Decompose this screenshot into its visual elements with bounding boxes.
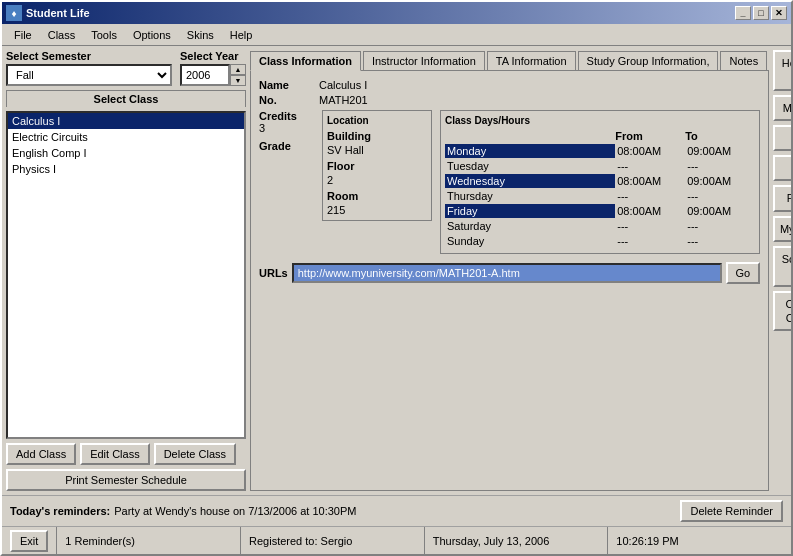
day-row-monday: Monday 08:00AM 09:00AM: [445, 144, 755, 158]
my-contacts-button[interactable]: My Contacts: [773, 95, 791, 121]
day-name-friday: Friday: [445, 204, 615, 218]
calendar-button[interactable]: Calendar: [773, 155, 791, 181]
status-reminders: 1 Reminder(s): [57, 527, 241, 554]
exit-button[interactable]: Exit: [10, 530, 48, 552]
day-row-wednesday: Wednesday 08:00AM 09:00AM: [445, 174, 755, 188]
day-from-friday: 08:00AM: [615, 204, 685, 218]
name-value: Calculus I: [319, 79, 367, 91]
tab-content-class-information: Name Calculus I No. MATH201 Credits 3 Gr…: [250, 70, 769, 491]
menu-skins[interactable]: Skins: [179, 27, 222, 43]
location-box: Location Building SV Hall Floor 2 Room 2…: [322, 110, 432, 221]
name-label: Name: [259, 79, 319, 91]
go-button[interactable]: Go: [726, 262, 761, 284]
year-control: ▲ ▼: [180, 64, 246, 86]
day-to-monday: 09:00AM: [685, 144, 755, 158]
tab-study-group-information[interactable]: Study Group Information,: [578, 51, 719, 71]
my-life-button[interactable]: My Life: [773, 125, 791, 151]
days-hours-box: Class Days/Hours From To Monday 08:00AM …: [440, 110, 760, 254]
minimize-button[interactable]: _: [735, 6, 751, 20]
day-to-saturday: ---: [685, 219, 755, 233]
semester-row: Select Semester Fall Spring Summer Selec…: [6, 50, 246, 86]
list-item[interactable]: Electric Circuits: [8, 129, 244, 145]
credits-grade-col: Credits 3 Grade: [259, 110, 314, 152]
day-col-header: [445, 130, 615, 142]
semester-select[interactable]: Fall Spring Summer: [6, 64, 172, 86]
room-row: Room: [327, 190, 427, 202]
scholarships-loans-button[interactable]: Scholarships& Loans: [773, 246, 791, 287]
day-to-sunday: ---: [685, 234, 755, 248]
bottom-bar: Exit 1 Reminder(s) Registered to: Sergio…: [2, 526, 791, 554]
floor-label: Floor: [327, 160, 372, 172]
day-from-thursday: ---: [615, 189, 685, 203]
tab-ta-information[interactable]: TA Information: [487, 51, 576, 71]
homework-tests-button[interactable]: Homework &Tests: [773, 50, 791, 91]
list-item[interactable]: Physics I: [8, 161, 244, 177]
reminders-area: Today's reminders: Party at Wendy's hous…: [2, 495, 791, 526]
year-input[interactable]: [180, 64, 230, 86]
credits-label: Credits: [259, 110, 314, 122]
reminders-label: Today's reminders:: [10, 505, 110, 517]
day-row-saturday: Saturday --- ---: [445, 219, 755, 233]
menu-options[interactable]: Options: [125, 27, 179, 43]
exit-area: Exit: [2, 527, 57, 554]
my-degrees-button[interactable]: My Degree(s): [773, 216, 791, 242]
select-year-label: Select Year: [180, 50, 239, 62]
day-name-saturday: Saturday: [445, 219, 615, 233]
title-bar: ♦ Student Life _ □ ✕: [2, 2, 791, 24]
select-class-label: Select Class: [6, 90, 246, 107]
print-schedule-button[interactable]: Print Semester Schedule: [6, 469, 246, 491]
from-col-header: From: [615, 130, 685, 142]
day-from-saturday: ---: [615, 219, 685, 233]
main-area: Select Semester Fall Spring Summer Selec…: [2, 46, 791, 495]
list-item[interactable]: Calculus I: [8, 113, 244, 129]
menu-help[interactable]: Help: [222, 27, 261, 43]
building-row: Building: [327, 130, 427, 142]
day-from-tuesday: ---: [615, 159, 685, 173]
day-row-thursday: Thursday --- ---: [445, 189, 755, 203]
year-down-button[interactable]: ▼: [230, 75, 246, 86]
conversion-calculators-button[interactable]: ConversionCalculators: [773, 291, 791, 332]
delete-reminder-button[interactable]: Delete Reminder: [680, 500, 783, 522]
day-from-sunday: ---: [615, 234, 685, 248]
menu-tools[interactable]: Tools: [83, 27, 125, 43]
maximize-button[interactable]: □: [753, 6, 769, 20]
building-value: SV Hall: [327, 144, 427, 156]
room-label: Room: [327, 190, 372, 202]
window-title: Student Life: [26, 7, 735, 19]
title-bar-buttons: _ □ ✕: [735, 6, 787, 20]
to-col-header: To: [685, 130, 755, 142]
reminder-text: Party at Wendy's house on 7/13/2006 at 1…: [114, 505, 356, 517]
url-input[interactable]: [292, 263, 722, 283]
menu-file[interactable]: File: [6, 27, 40, 43]
delete-class-button[interactable]: Delete Class: [154, 443, 236, 465]
list-item[interactable]: English Comp I: [8, 145, 244, 161]
status-time: 10:26:19 PM: [608, 527, 791, 554]
day-name-monday: Monday: [445, 144, 615, 158]
semester-section: Select Semester Fall Spring Summer: [6, 50, 172, 86]
tab-bar: Class Information Instructor Information…: [250, 50, 769, 70]
no-value: MATH201: [319, 94, 368, 106]
room-value: 215: [327, 204, 427, 216]
day-row-friday: Friday 08:00AM 09:00AM: [445, 204, 755, 218]
tab-notes[interactable]: Notes: [720, 51, 767, 71]
day-to-wednesday: 09:00AM: [685, 174, 755, 188]
day-name-sunday: Sunday: [445, 234, 615, 248]
day-name-wednesday: Wednesday: [445, 174, 615, 188]
credits-value: 3: [259, 122, 314, 134]
reminders-button[interactable]: Reminders: [773, 185, 791, 211]
add-class-button[interactable]: Add Class: [6, 443, 76, 465]
tab-instructor-information[interactable]: Instructor Information: [363, 51, 485, 71]
right-sidebar: Homework &Tests My Contacts My Life Cale…: [773, 50, 791, 491]
year-up-button[interactable]: ▲: [230, 64, 246, 75]
class-buttons: Add Class Edit Class Delete Class: [6, 443, 246, 465]
center-panel: Class Information Instructor Information…: [250, 50, 769, 491]
class-listbox[interactable]: Calculus I Electric Circuits English Com…: [6, 111, 246, 439]
edit-class-button[interactable]: Edit Class: [80, 443, 150, 465]
close-button[interactable]: ✕: [771, 6, 787, 20]
status-date: Thursday, July 13, 2006: [425, 527, 609, 554]
tab-class-information[interactable]: Class Information: [250, 51, 361, 71]
status-registered: Registered to: Sergio: [241, 527, 425, 554]
menu-class[interactable]: Class: [40, 27, 84, 43]
building-label: Building: [327, 130, 372, 142]
location-title: Location: [327, 115, 427, 126]
